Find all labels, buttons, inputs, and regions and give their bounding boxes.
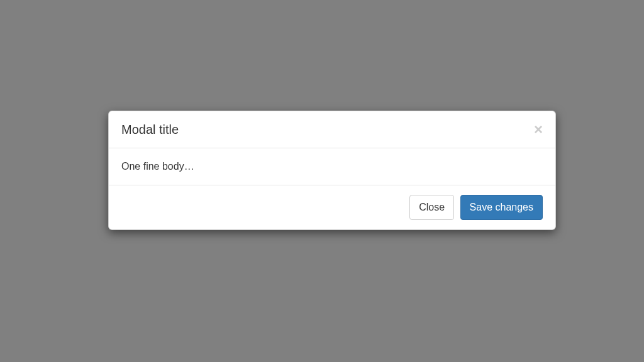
- modal-title: Modal title: [121, 121, 179, 138]
- modal-dialog: Modal title × One fine body… Close Save …: [108, 111, 556, 230]
- save-button[interactable]: Save changes: [460, 195, 543, 220]
- modal-body: One fine body…: [109, 148, 555, 185]
- modal-header: Modal title ×: [109, 111, 555, 148]
- modal-footer: Close Save changes: [109, 185, 555, 229]
- close-icon[interactable]: ×: [534, 122, 543, 137]
- close-button[interactable]: Close: [409, 195, 454, 220]
- modal-body-text: One fine body…: [121, 161, 543, 172]
